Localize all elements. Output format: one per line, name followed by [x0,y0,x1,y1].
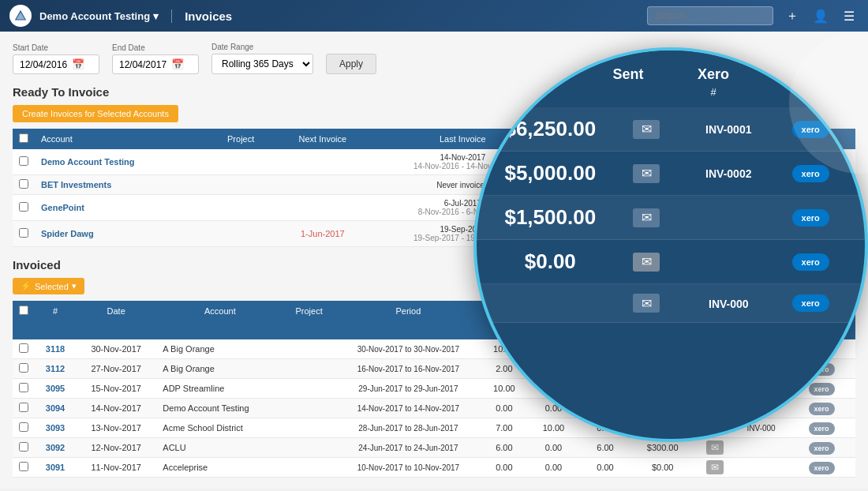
xero-sync-button-inactive[interactable]: xero [809,343,835,356]
row-checkbox[interactable] [19,442,28,452]
row-num[interactable]: 3118 [35,339,76,359]
row-xero-sync[interactable]: xero [788,339,855,359]
select-all-ready-checkbox[interactable] [19,133,28,143]
xero-sync-button-inactive[interactable]: xero [809,403,835,415]
row-amount: $5,000.00 [630,418,695,438]
row-checkbox[interactable] [19,383,28,392]
filter-icon: ⚡ [21,281,32,291]
row-num[interactable]: 3112 [35,359,76,379]
row-project [283,339,335,359]
filter-bar: Start Date 12/04/2016 📅 End Date 12/04/2… [13,43,855,74]
create-invoices-button[interactable]: Create Invoices for Selected Accounts [13,105,178,122]
row-xero-sync[interactable]: xero [788,418,855,438]
row-checkbox-cell[interactable] [13,399,35,418]
mail-icon-inactive: ✉ [706,421,724,435]
row-project [283,359,335,379]
row-checkbox[interactable] [19,363,28,373]
row-billable [789,195,855,221]
xero-sync-button-inactive[interactable]: xero [809,363,835,376]
main-content: Start Date 12/04/2016 📅 End Date 12/04/2… [0,32,868,489]
date-range-label: Date Range [211,43,313,51]
row-sent: ✉ [695,418,735,438]
row-checkbox-cell[interactable] [13,438,35,458]
row-checkbox-cell[interactable] [13,379,35,399]
row-account: Acme School District [156,418,283,438]
row-account: Demo Account Testing [35,149,208,175]
row-checkbox[interactable] [19,462,28,471]
row-xero-sync[interactable]: xero [788,458,855,478]
calendar-icon-2: 📅 [171,58,184,70]
account-selector[interactable]: Demo Account Testing ▾ [39,10,159,22]
table-row: 3095 15-Nov-2017 ADP Streamline 29-Jun-2… [13,379,855,399]
row-amount: $1,500.00 [630,379,695,399]
row-period: 14-Nov-2017 to 14-Nov-2017 [335,399,482,418]
row-checkbox-cell[interactable] [13,175,35,195]
apply-button[interactable]: Apply [326,54,376,74]
row-checkbox-cell[interactable] [13,149,35,175]
ready-to-invoice-table: Account Project Next Invoice Last Invoic… [13,129,855,247]
invoiced-select-all-header[interactable] [13,301,35,321]
row-checkbox-cell[interactable] [13,195,35,221]
row-checkbox[interactable] [19,228,28,238]
row-checkbox-cell[interactable] [13,221,35,247]
row-num[interactable]: 3094 [35,399,76,418]
xero-sync-button-inactive[interactable]: xero [809,422,835,435]
row-sent: ✉ [695,359,735,379]
plus-icon[interactable]: ＋ [783,6,802,25]
end-date-input[interactable]: 12/04/2017 📅 [112,54,199,74]
app-logo[interactable] [9,5,32,27]
row-checkbox-cell[interactable] [13,359,35,379]
invoiced-header-account: Account [156,301,283,321]
table-row: 3093 13-Nov-2017 Acme School District 28… [13,418,855,438]
table-row: 3091 11-Nov-2017 Acceleprise 10-Nov-2017… [13,458,855,478]
row-sent: ✉ [695,379,735,399]
selected-button[interactable]: ⚡ Selected ▾ [13,278,84,294]
ready-header-included: Included [612,129,686,149]
mail-icon-inactive: ✉ [706,401,724,415]
row-hours-total: 10.00 [482,379,526,399]
row-num[interactable]: 3091 [35,458,76,478]
row-project [283,379,335,399]
start-date-input[interactable]: 12/04/2016 📅 [13,54,99,74]
mail-icon-inactive: ✉ [706,362,724,376]
invoiced-header-hours: Hours [482,301,630,321]
row-checkbox[interactable] [19,343,28,353]
row-checkbox[interactable] [19,156,28,166]
ready-header-project: Project [208,129,273,149]
row-hours-billable: 10.00 [581,339,630,359]
row-xero-num [735,339,788,359]
row-xero-sync[interactable]: xero [788,399,855,418]
row-checkbox[interactable] [19,179,28,189]
table-row: 3094 14-Nov-2017 Demo Account Testing 14… [13,399,855,418]
user-icon[interactable]: 👤 [811,6,830,25]
select-all-invoiced-checkbox[interactable] [19,305,28,315]
row-checkbox[interactable] [19,202,28,212]
row-next-invoice [273,195,372,221]
xero-sync-button-inactive[interactable]: xero [809,383,835,395]
search-input[interactable] [647,6,773,25]
chevron-down-icon-2: ▾ [72,281,77,291]
menu-icon[interactable]: ☰ [840,6,859,25]
row-hours: 0.00 [553,221,612,247]
row-num[interactable]: 3092 [35,438,76,458]
row-num[interactable]: 3093 [35,418,76,438]
ready-header-account: Account [35,129,208,149]
row-xero-sync[interactable]: xero [788,438,855,458]
row-next-invoice [273,149,372,175]
row-checkbox-cell[interactable] [13,458,35,478]
invoiced-section-title: Invoiced [13,258,855,272]
row-checkbox-cell[interactable] [13,418,35,438]
xero-sync-button-inactive[interactable]: xero [809,462,835,474]
row-checkbox[interactable] [19,403,28,412]
row-num[interactable]: 3095 [35,379,76,399]
row-checkbox[interactable] [19,422,28,432]
ready-select-all-header[interactable] [13,129,35,149]
date-range-select[interactable]: Rolling 365 Days [211,54,313,74]
row-xero-sync[interactable]: xero [788,359,855,379]
xero-sync-button-inactive[interactable]: xero [809,442,835,455]
end-date-label: End Date [112,43,199,52]
row-xero-sync[interactable]: xero [788,379,855,399]
row-checkbox-cell[interactable] [13,339,35,359]
invoiced-header-project: Project [283,301,335,321]
row-last-invoice: Never invoiced [372,175,553,195]
